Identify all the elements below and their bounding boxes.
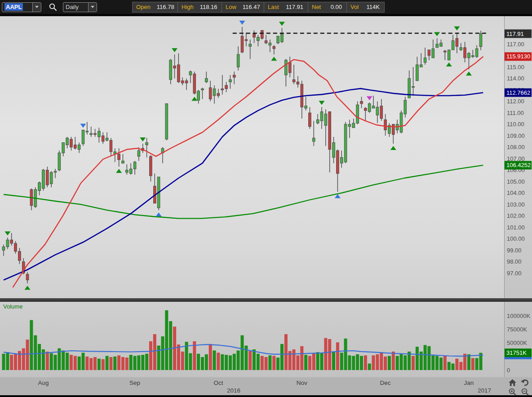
pivot-marker-green-down [4, 231, 10, 235]
symbol-input-value[interactable]: AAPL [4, 3, 23, 11]
volume-bar [388, 356, 391, 371]
volume-bar [328, 339, 331, 370]
price-tick-label: 110.00 [507, 121, 524, 128]
symbol-dropdown-button[interactable] [32, 3, 41, 12]
volume-bar [268, 355, 271, 370]
volume-bar [412, 356, 415, 371]
undo-arrow-icon [521, 379, 529, 386]
pivot-marker-green-down [434, 32, 440, 36]
quote-high-value: 118.16 [200, 4, 217, 10]
volume-bar [70, 355, 73, 370]
candle-body [74, 145, 77, 149]
volume-bar [443, 356, 447, 371]
candle-body [320, 112, 323, 121]
search-button[interactable] [47, 2, 58, 13]
volume-bar [153, 334, 156, 370]
candle-body [285, 60, 288, 75]
candle-body [281, 34, 284, 42]
volume-bar [396, 356, 399, 371]
quote-low: Low 116.47 [222, 2, 264, 12]
price-tick-label: 97.00 [507, 270, 522, 277]
price-tick-label: 115.00 [507, 64, 524, 71]
pivot-marker-green-down [172, 48, 177, 52]
candle-body [110, 140, 112, 152]
chart-nav-controls [506, 378, 531, 396]
chart-canvas: 118.00117.00116.00115.00114.00113.00112.… [0, 0, 532, 397]
volume-bar [467, 354, 470, 370]
candle-body [185, 81, 188, 83]
price-value-label-text: 115.9130 [506, 53, 530, 60]
search-icon [49, 3, 57, 11]
quote-low-label: Low [226, 4, 236, 10]
pivot-marker-green-up [390, 146, 396, 150]
price-tick-label: 108.00 [507, 144, 525, 150]
candles-layer [2, 27, 482, 283]
quote-last-value: 117.91 [286, 4, 303, 10]
candle-body [392, 124, 395, 135]
volume-bar [213, 350, 216, 370]
moving-averages-layer [4, 33, 486, 287]
volume-bar [304, 355, 307, 370]
volume-bar [34, 335, 37, 370]
price-tick-label: 98.00 [507, 258, 522, 265]
interval-dropdown-button[interactable] [88, 3, 97, 12]
candle-body [137, 150, 140, 156]
ma_fast-line [13, 57, 483, 287]
candle-body [106, 138, 108, 140]
pivot-marker-green-up [116, 169, 122, 173]
symbol-combo[interactable]: AAPL [2, 2, 41, 12]
interval-value[interactable]: Daily [63, 3, 88, 12]
quote-low-value: 116.47 [243, 4, 260, 10]
volume-bar [141, 355, 144, 370]
symbol-input[interactable]: AAPL [2, 3, 32, 12]
candle-body [352, 123, 355, 128]
volume-bar [205, 354, 208, 370]
candle-body [237, 54, 239, 67]
candle-body [209, 88, 212, 99]
candle-body [428, 50, 430, 56]
candle-body [173, 66, 176, 68]
quote-last-label: Last [268, 4, 279, 10]
month-tick-label: Dec [380, 379, 391, 386]
volume-bar [475, 358, 479, 370]
candle-body [229, 79, 232, 82]
candle-body [249, 44, 252, 46]
interval-combo[interactable]: Daily [63, 2, 97, 12]
candle-body [62, 143, 65, 153]
undo-button[interactable] [519, 378, 531, 387]
volume-bar [471, 358, 474, 370]
candle-body [150, 156, 152, 176]
candle-body [10, 240, 13, 243]
trading-app: AAPL Daily Open 116.78 High 118.1 [0, 0, 532, 397]
volume-bar [380, 352, 383, 370]
candle-body [189, 71, 192, 75]
quote-net: Net 0.00 [308, 2, 346, 12]
volume-bar [324, 338, 327, 370]
volume-bar [424, 345, 427, 370]
candle-body [201, 89, 204, 90]
candle-body [66, 138, 69, 145]
candle-body [313, 138, 315, 141]
candle-body [344, 124, 347, 162]
candle-body [70, 139, 73, 147]
candle-body [86, 131, 89, 132]
zoom-out-button[interactable] [519, 387, 531, 396]
volume-bar [2, 354, 5, 370]
pivot-marker-magenta-down [367, 96, 372, 100]
candle-body [46, 170, 49, 185]
volume-bar [368, 364, 371, 371]
zoom-in-button[interactable] [506, 387, 519, 396]
price-tick-label: 111.00 [507, 110, 524, 116]
volume-bar [46, 352, 49, 370]
volume-bar [78, 357, 81, 370]
candle-body [82, 130, 84, 144]
volume-tick-label: 100000K [507, 313, 530, 319]
volume-bar [177, 344, 180, 370]
volume-tick-label: 50000K [507, 340, 527, 346]
toolbar-divider [0, 14, 532, 16]
candle-body [165, 104, 168, 139]
candle-body [448, 50, 450, 60]
pane-separator[interactable] [0, 298, 532, 302]
home-button[interactable] [506, 378, 519, 387]
candle-body [98, 131, 101, 137]
